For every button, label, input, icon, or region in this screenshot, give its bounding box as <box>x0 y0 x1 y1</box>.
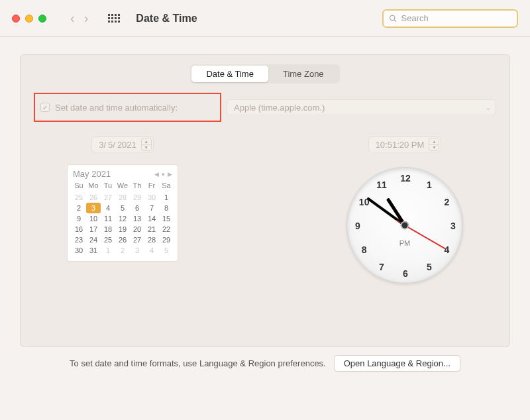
back-button[interactable]: ‹ <box>70 11 75 26</box>
clock-ampm: PM <box>399 239 411 247</box>
time-server-select[interactable]: Apple (time.apple.com.) ⌵ <box>227 99 496 115</box>
cal-day[interactable]: 25 <box>72 192 86 203</box>
cal-day[interactable]: 28 <box>144 235 159 245</box>
cal-day[interactable]: 21 <box>144 224 159 235</box>
traffic-lights <box>12 15 46 23</box>
clock-pin <box>402 223 408 229</box>
window-toolbar: ‹ › Date & Time <box>0 0 530 37</box>
cal-day[interactable]: 19 <box>115 224 130 235</box>
date-stepper[interactable]: ▲▼ <box>141 138 152 151</box>
cal-day[interactable]: 2 <box>72 203 86 213</box>
cal-dow: Tu <box>101 180 115 192</box>
nav-buttons: ‹ › <box>70 11 88 26</box>
cal-dow: Th <box>130 180 144 192</box>
clock-number: 3 <box>450 221 456 231</box>
cal-day[interactable]: 29 <box>159 235 174 245</box>
cal-day[interactable]: 26 <box>86 192 101 203</box>
cal-dow: Mo <box>86 180 101 192</box>
window-title: Date & Time <box>136 13 197 25</box>
cal-day[interactable]: 22 <box>159 224 174 235</box>
search-field[interactable] <box>382 9 518 28</box>
cal-day[interactable]: 4 <box>101 203 115 213</box>
cal-day[interactable]: 15 <box>159 213 174 224</box>
open-language-region-button[interactable]: Open Language & Region... <box>334 355 460 372</box>
clock-number: 8 <box>362 244 367 255</box>
auto-datetime-highlight: ✓ Set date and time automatically: <box>34 93 221 122</box>
cal-dow: Su <box>72 180 86 192</box>
clock-number: 5 <box>427 262 432 272</box>
tab-time-zone[interactable]: Time Zone <box>268 66 339 82</box>
forward-button[interactable]: › <box>84 11 89 26</box>
cal-day[interactable]: 10 <box>86 213 101 224</box>
cal-day[interactable]: 18 <box>101 224 115 235</box>
cal-day[interactable]: 31 <box>86 245 101 256</box>
clock-number: 12 <box>400 173 411 184</box>
analog-clock: PM 121234567891011 <box>346 167 463 284</box>
auto-datetime-label: Set date and time automatically: <box>55 103 178 113</box>
clock-number: 1 <box>427 180 432 190</box>
auto-datetime-checkbox[interactable]: ✓ <box>40 103 50 112</box>
time-stepper[interactable]: ▲▼ <box>429 138 439 151</box>
cal-day[interactable]: 1 <box>159 192 174 203</box>
time-input[interactable]: 10:51:20 PM ▲▼ <box>368 136 442 152</box>
cal-day[interactable]: 9 <box>72 213 86 224</box>
show-all-prefs-button[interactable] <box>108 14 120 23</box>
clock-number: 6 <box>403 268 408 279</box>
cal-prev-icon[interactable]: ◀ <box>154 171 159 178</box>
clock-number: 4 <box>444 244 449 255</box>
cal-next-icon[interactable]: ▶ <box>168 171 172 178</box>
time-server-value: Apple (time.apple.com.) <box>234 103 325 113</box>
close-window-button[interactable] <box>12 15 20 23</box>
clock-number: 7 <box>379 262 384 272</box>
tab-date-time[interactable]: Date & Time <box>191 66 268 82</box>
cal-day[interactable]: 5 <box>115 203 130 213</box>
datetime-panel: Date & Time Time Zone ✓ Set date and tim… <box>20 54 510 347</box>
cal-day[interactable]: 20 <box>130 224 144 235</box>
cal-day[interactable]: 12 <box>115 213 130 224</box>
chevron-down-icon: ⌵ <box>486 104 490 111</box>
cal-day[interactable]: 8 <box>159 203 174 213</box>
cal-day[interactable]: 23 <box>72 235 86 245</box>
cal-day[interactable]: 14 <box>144 213 159 224</box>
cal-day[interactable]: 5 <box>159 245 174 256</box>
cal-day[interactable]: 30 <box>144 192 159 203</box>
cal-day[interactable]: 2 <box>115 245 130 256</box>
date-input[interactable]: 3/ 5/ 2021 ▲▼ <box>91 136 154 152</box>
cal-dow: Sa <box>159 180 174 192</box>
cal-day[interactable]: 16 <box>72 224 86 235</box>
cal-dow: We <box>115 180 130 192</box>
cal-day[interactable]: 25 <box>101 235 115 245</box>
cal-day[interactable]: 29 <box>130 192 144 203</box>
minimize-window-button[interactable] <box>25 15 33 23</box>
cal-day[interactable]: 28 <box>115 192 130 203</box>
svg-line-1 <box>394 19 396 21</box>
search-icon <box>389 14 398 23</box>
cal-day[interactable]: 3 <box>86 203 101 213</box>
cal-today-icon[interactable]: ● <box>162 171 165 178</box>
cal-day[interactable]: 6 <box>130 203 144 213</box>
second-hand <box>405 225 447 249</box>
cal-dow: Fr <box>144 180 159 192</box>
cal-day[interactable]: 3 <box>130 245 144 256</box>
cal-day[interactable]: 17 <box>86 224 101 235</box>
tab-group: Date & Time Time Zone <box>190 64 339 83</box>
cal-day[interactable]: 7 <box>144 203 159 213</box>
clock-number: 10 <box>359 197 370 207</box>
cal-day[interactable]: 26 <box>115 235 130 245</box>
clock-number: 9 <box>355 221 360 231</box>
cal-day[interactable]: 1 <box>101 245 115 256</box>
cal-day[interactable]: 27 <box>130 235 144 245</box>
cal-day[interactable]: 30 <box>72 245 86 256</box>
cal-day[interactable]: 13 <box>130 213 144 224</box>
search-input[interactable] <box>401 13 511 23</box>
calendar[interactable]: May 2021 ◀ ● ▶ SuMoTuWeThFrSa25262728293… <box>67 164 178 262</box>
clock-number: 11 <box>376 180 387 190</box>
cal-day[interactable]: 4 <box>144 245 159 256</box>
clock-number: 2 <box>444 197 449 207</box>
cal-day[interactable]: 24 <box>86 235 101 245</box>
footer-text: To set date and time formats, use Langua… <box>70 358 326 368</box>
calendar-title: May 2021 <box>73 169 111 179</box>
cal-day[interactable]: 27 <box>101 192 115 203</box>
zoom-window-button[interactable] <box>38 15 46 23</box>
cal-day[interactable]: 11 <box>101 213 115 224</box>
